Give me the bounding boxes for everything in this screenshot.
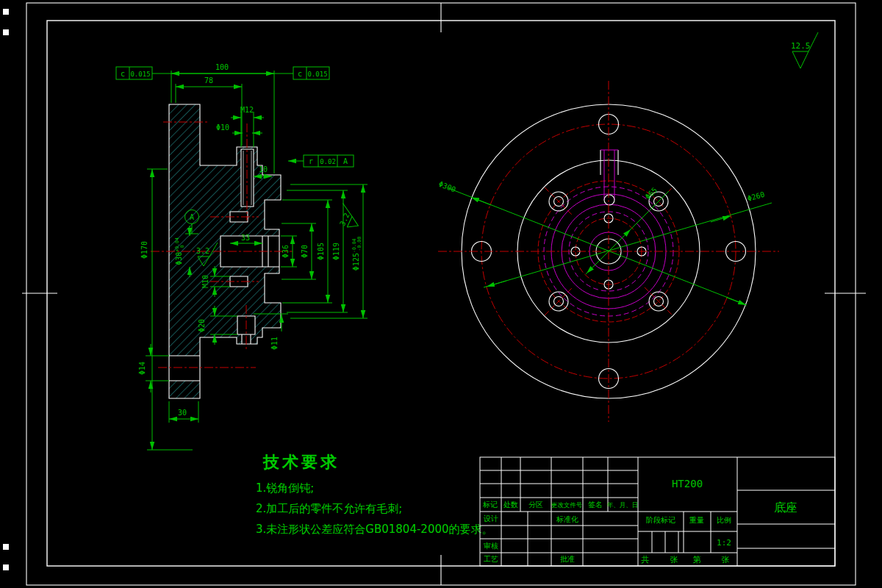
roughness-3-2-bore: 3.2 — [196, 247, 209, 255]
corner-roughness: 12.5 — [791, 32, 818, 68]
sheet-frame — [3, 3, 866, 585]
tb-design: 设计 — [483, 514, 498, 523]
tech-req-item-1: 1.锐角倒钝; — [256, 481, 314, 495]
tech-req-title: 技术要求 — [262, 453, 340, 471]
dim-d260: Φ260 — [747, 190, 766, 203]
tb-stage-mark: 阶段标记 — [646, 516, 675, 524]
dim-d36: Φ36 — [282, 245, 290, 258]
tb-sheet-no-label: 第 — [693, 555, 701, 564]
roughness-symbol-spigot: 3.2 — [334, 203, 365, 232]
tol-frame-left-symbol: c — [121, 70, 125, 78]
tech-req-item-2: 2.加工后的零件不允许有毛刺; — [256, 502, 402, 515]
dim-m12: M12 — [240, 106, 254, 114]
tb-sheet-unit-1: 张 — [670, 555, 678, 564]
dim-100: 100 — [215, 63, 229, 71]
tol-frame-right-symbol: c — [298, 70, 302, 78]
edge-mark — [3, 29, 9, 35]
front-view: Φ300 Φ260 Φ65 — [437, 81, 779, 422]
runout-datum: A — [343, 157, 348, 165]
dim-m10: M10 — [201, 275, 209, 288]
dim-10: 10 — [259, 165, 268, 173]
tb-header-doc-no: 更改文件号 — [551, 501, 583, 509]
dim-d70: Φ70 — [301, 245, 309, 258]
runout-value: 0.02 — [320, 158, 336, 165]
dim-d125: Φ125-0.04-0.08 — [351, 237, 362, 270]
tb-audit: 审核 — [484, 542, 498, 550]
tb-scale-label: 比例 — [717, 516, 731, 524]
dim-d170: Φ170 — [140, 241, 148, 259]
dim-78: 78 — [204, 76, 213, 85]
drawing-svg: 100 c 0.015 c 0.015 78 M12 Φ10 10 — [0, 0, 882, 588]
datum-a: A — [190, 213, 194, 221]
tol-frame-left-value: 0.015 — [130, 71, 150, 78]
title-block: 标记 处数 分区 更改文件号 签名 年、月、日 设计 标准化 审核 工艺 批准 … — [480, 457, 835, 566]
cad-drawing-canvas: 100 c 0.015 c 0.015 78 M12 Φ10 10 — [0, 0, 882, 588]
tb-header-date: 年、月、日 — [607, 501, 639, 509]
tb-sheet-total-label: 共 — [641, 555, 650, 564]
tech-req-item-3: 3.未注形状公差应符合GB01804-2000的要求。 — [256, 523, 493, 536]
tb-standardize: 标准化 — [556, 515, 578, 523]
tech-requirements: 技术要求 1.锐角倒钝; 2.加工后的零件不允许有毛刺; 3.未注形状公差应符合… — [256, 453, 493, 536]
dim-d20: Φ20 — [198, 319, 206, 332]
dim-d300: Φ300 — [437, 180, 456, 194]
dim-d105: Φ105 — [317, 243, 325, 260]
tb-weight: 重量 — [689, 516, 704, 524]
tb-material: HT200 — [672, 478, 703, 490]
dim-d10: Φ10 — [216, 123, 229, 132]
tb-header-mark: 标记 — [482, 501, 498, 509]
tb-sheet-unit-2: 张 — [722, 555, 730, 564]
dim-d119: Φ119 — [332, 243, 340, 260]
dim-30: 30 — [178, 409, 187, 417]
tb-part-name: 底座 — [774, 501, 797, 514]
runout-symbol: r — [309, 157, 313, 165]
keyway-slot — [600, 150, 618, 205]
outer-border — [26, 3, 856, 585]
section-view: 100 c 0.015 c 0.015 78 M12 Φ10 10 — [116, 63, 368, 450]
tb-approve: 批准 — [560, 555, 575, 563]
roughness-12-5: 12.5 — [791, 41, 811, 51]
tb-header-zone: 分区 — [528, 501, 543, 509]
tb-scale-value: 1:2 — [717, 538, 731, 548]
dim-d14: Φ14 — [138, 362, 146, 375]
edge-mark — [3, 544, 9, 550]
dim-d11: Φ11 — [270, 337, 279, 350]
tol-frame-right-value: 0.015 — [307, 71, 327, 78]
edge-mark — [3, 9, 9, 15]
tb-header-signature: 签名 — [588, 501, 603, 509]
edge-mark — [3, 564, 9, 570]
dim-33: 33 — [241, 234, 250, 242]
dimensions: 100 c 0.015 c 0.015 78 M12 Φ10 10 — [116, 63, 368, 450]
tb-process: 工艺 — [484, 555, 498, 563]
roughness-3-2-spigot: 3.2 — [338, 212, 351, 227]
tb-header-count: 处数 — [503, 501, 518, 509]
